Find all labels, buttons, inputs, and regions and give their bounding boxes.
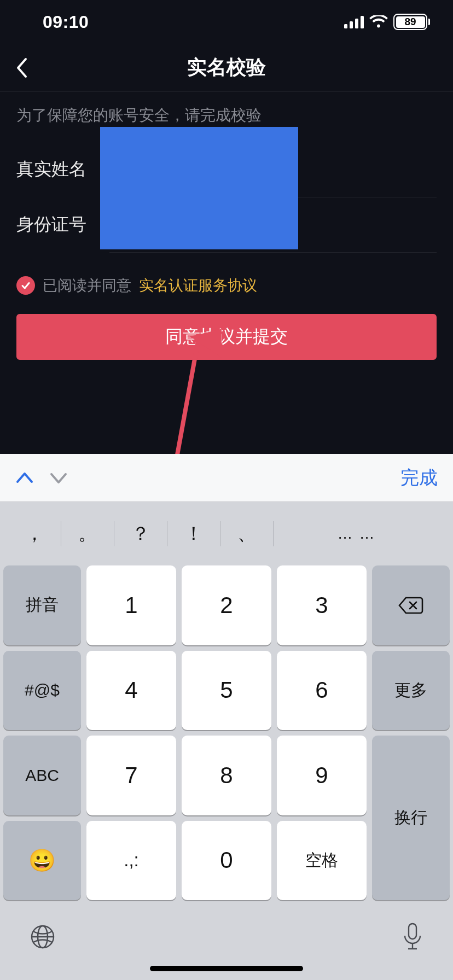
symbol-key[interactable]: 。 [69, 521, 106, 546]
agreement-checkbox[interactable] [16, 276, 35, 295]
svg-rect-0 [344, 24, 347, 28]
space-key[interactable]: 空格 [277, 821, 367, 901]
key-1[interactable]: 1 [86, 565, 176, 645]
wifi-icon [369, 15, 388, 28]
symbols-key[interactable]: #@$ [3, 651, 81, 731]
svg-rect-8 [409, 924, 416, 939]
more-key[interactable]: 更多 [372, 651, 450, 731]
microphone-icon [402, 923, 423, 951]
globe-button[interactable] [30, 924, 56, 952]
key-9[interactable]: 9 [277, 736, 367, 815]
keyboard-done-button[interactable]: 完成 [400, 465, 438, 491]
back-button[interactable] [15, 57, 27, 78]
agreement-row: 已阅读并同意 实名认证服务协议 [16, 253, 437, 314]
key-punct[interactable]: .,: [86, 821, 176, 901]
status-time: 09:10 [43, 12, 89, 32]
key-4[interactable]: 4 [86, 651, 176, 731]
agreement-link[interactable]: 实名认证服务协议 [139, 276, 257, 295]
backspace-key[interactable] [372, 565, 450, 645]
key-7[interactable]: 7 [86, 736, 176, 815]
svg-rect-3 [361, 16, 364, 28]
chevron-left-icon [15, 57, 27, 78]
symbol-key[interactable]: ！ [175, 521, 212, 546]
key-2[interactable]: 2 [182, 565, 271, 645]
globe-icon [30, 924, 56, 950]
battery-icon: 89 [393, 14, 430, 30]
nav-header: 实名校验 [0, 44, 453, 92]
emoji-key[interactable]: 😀 [3, 821, 81, 901]
key-3[interactable]: 3 [277, 565, 367, 645]
status-bar: 09:10 89 [0, 0, 453, 44]
symbol-row: ， 。 ？ ！ 、 …… [3, 502, 450, 565]
status-indicators: 89 [344, 14, 430, 30]
symbol-key[interactable]: …… [281, 525, 438, 542]
name-label: 真实姓名 [16, 158, 109, 182]
next-field-button[interactable] [49, 470, 68, 486]
page-title: 实名校验 [0, 54, 453, 81]
submit-button[interactable]: 同意协议并提交 [16, 314, 437, 360]
abc-key[interactable]: ABC [3, 736, 81, 815]
backspace-icon [398, 596, 423, 615]
home-indicator[interactable] [150, 966, 303, 971]
keyboard: 完成 ， 。 ？ ！ 、 …… 拼音 1 2 3 #@$ 4 5 6 更多 [0, 454, 453, 980]
symbol-key[interactable]: ？ [122, 521, 159, 546]
keyboard-accessory-bar: 完成 [0, 454, 453, 502]
prev-field-button[interactable] [15, 470, 34, 486]
check-icon [20, 280, 31, 291]
keyboard-main: ， 。 ？ ！ 、 …… 拼音 1 2 3 #@$ 4 5 6 更多 ABC 7… [0, 502, 453, 906]
enter-key[interactable]: 换行 [372, 736, 450, 900]
redaction-overlay [100, 127, 298, 249]
svg-rect-2 [355, 19, 358, 28]
key-0[interactable]: 0 [182, 821, 271, 901]
symbol-key[interactable]: 、 [228, 521, 265, 546]
symbol-key[interactable]: ， [16, 521, 53, 546]
agreement-prefix: 已阅读并同意 [43, 276, 131, 295]
pinyin-key[interactable]: 拼音 [3, 565, 81, 645]
keyboard-grid: 拼音 1 2 3 #@$ 4 5 6 更多 ABC 7 8 9 换行 😀 .,:… [3, 565, 450, 906]
svg-rect-1 [350, 21, 353, 28]
key-8[interactable]: 8 [182, 736, 271, 815]
cellular-icon [344, 15, 364, 28]
id-label: 身份证号 [16, 213, 109, 237]
dictation-button[interactable] [402, 923, 423, 953]
key-5[interactable]: 5 [182, 651, 271, 731]
key-6[interactable]: 6 [277, 651, 367, 731]
